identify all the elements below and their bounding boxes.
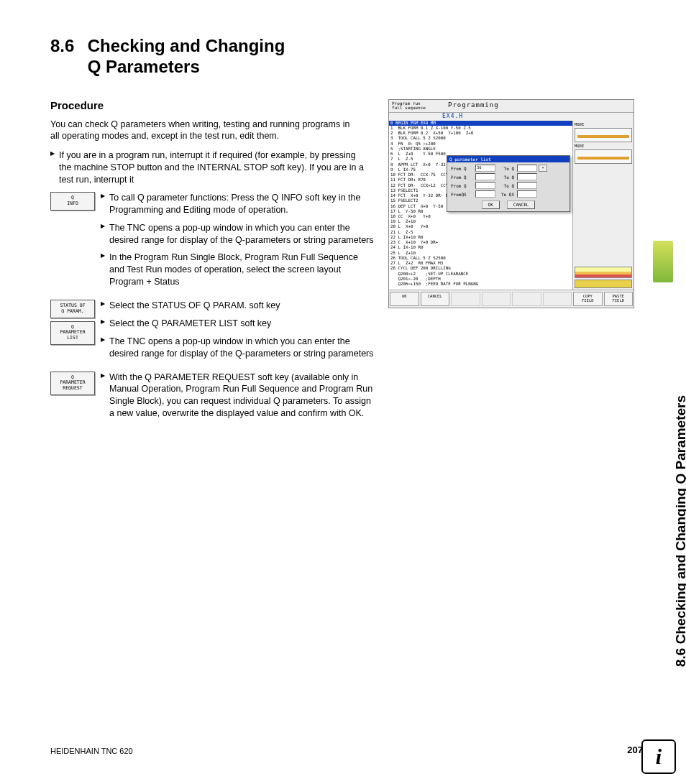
popup-from-field[interactable] [475,182,495,189]
popup-to-label: To Q [497,175,516,180]
popup-from-field[interactable] [475,190,495,198]
screen-mode-left: Program run full sequence [389,100,445,112]
code-line: 3 TOOL CALL 5 Z S2000 [389,136,572,141]
code-line: 1 BLK FORM 0.1 Z X-100 Y-50 Z-5 [389,126,572,131]
softkey-q-parameter-request[interactable]: Q PARAMETER REQUEST [50,372,95,395]
code-line: 23 C X+10 Y+0 DR+ [389,240,572,245]
screen-softkey-empty [482,292,511,306]
popup-from-label: From Q [451,166,474,172]
popup-title: Q parameter list [447,156,570,163]
side-tab: 8.6 Checking and Changing Q Parameters [651,32,673,395]
popup-from-field[interactable] [475,173,495,180]
mode-label: MODE [575,122,632,126]
screen-softkey-row: OK CANCEL COPY FIELD PASTE FIELD [389,290,634,308]
code-line: 2 BLK FORM 0.2 X+50 Y+100 Z+0 [389,131,572,136]
popup-from-field[interactable]: 30 [475,165,495,172]
popup-to-field[interactable] [517,173,537,180]
code-line: 28 CYCL DEF 200 DRILLING [389,266,572,271]
code-line: 25 L Z+10 [389,251,572,256]
popup-from-label: From Q [451,183,474,189]
dropdown-icon[interactable]: ▾ [539,165,547,172]
screen-softkey-copy-field[interactable]: COPY FIELD [573,292,603,306]
screen-filename: EX4.H [389,113,634,121]
softkey-q-parameter-list[interactable]: Q PARAMETER LIST [50,321,95,345]
screen-softkey-cancel[interactable]: CANCEL [421,292,450,306]
popup-ok-button[interactable]: OK [482,200,500,209]
code-line: 18 CC X+0 Y+0 [389,214,572,219]
tnc-screenshot: Program run full sequence Programming EX… [388,99,634,309]
popup-to-field[interactable] [517,190,537,198]
step-text: The TNC opens a pop-up window in which y… [101,336,374,360]
code-line: 22 L IX+10 R0 [389,235,572,240]
screen-softkey-paste-field[interactable]: PASTE FIELD [604,292,634,306]
code-line: 26 TOOL CALL 5 Z S2500 [389,256,572,261]
popup-row: From Q30To Q▾ [451,165,566,172]
heading-number: 8.6 [50,36,83,57]
info-icon: i [641,739,676,774]
code-line: 24 L IX-10 R0 [389,245,572,250]
code-highlight-line: 0 BEGIN PGM EX4 MM [389,121,572,126]
popup-row: FromQSTo QS [451,190,566,198]
screen-mode-right: Programming [445,100,634,112]
code-line: 21 L Z-5 [389,230,572,235]
softkey-q-info[interactable]: Q INFO [50,192,95,211]
code-line: Q201=-20 ;DEPTH [389,277,572,282]
code-pane: 0 BEGIN PGM EX4 MM 1 BLK FORM 0.1 Z X-10… [389,121,572,290]
step-text: To call Q parameter functions: Press the… [101,192,374,216]
code-line: 27 L Z+2 R0 FMAX M3 [389,261,572,266]
popup-to-field[interactable] [517,165,537,172]
section-heading: 8.6 Checking and Changing Q Parameters [50,36,643,78]
screen-softkey-empty [451,292,480,306]
status-indicator [575,267,632,278]
popup-cancel-button[interactable]: CANCEL [507,200,536,209]
popup-to-label: To Q [497,183,516,189]
code-line: Q200=+2 ;SET-UP CLEARANCE [389,272,572,277]
screen-softkey-empty [512,292,541,306]
mode-label: MODE [575,144,632,148]
footer-product: HEIDENHAIN TNC 620 [50,747,133,755]
heading-title: Checking and Changing Q Parameters [88,36,285,78]
softkey-status-q-param[interactable]: STATUS OF Q PARAM. [50,300,95,318]
step-text: Select the STATUS OF Q PARAM. soft key [101,300,374,312]
popup-to-field[interactable] [517,182,537,189]
page-footer: HEIDENHAIN TNC 620 207 [50,744,643,755]
status-indicator [575,280,632,288]
popup-row: From QTo Q [451,182,566,189]
info-icon-glyph: i [656,744,662,769]
code-line: 19 L Z+10 [389,219,572,224]
screen-softkey-empty [543,292,572,306]
step-text: The TNC opens a pop-up window in which y… [101,222,374,246]
q-parameter-popup: Q parameter list From Q30To Q▾From QTo Q… [447,155,570,212]
side-tab-accent [653,241,673,282]
procedure-subheading: Procedure [50,99,374,111]
popup-from-label: From Q [451,175,474,180]
code-line: Q206=+150 ;FEED RATE FOR PLNGNG [389,282,572,287]
mode-indicator [575,149,632,164]
intro-paragraph: You can check Q parameters when writing,… [50,119,360,143]
popup-to-label: To Q [497,166,516,172]
code-line: 5 ;STARTING ANGLE [389,147,572,152]
screen-softkey-ok[interactable]: OK [390,292,419,306]
page-number: 207 [627,744,643,755]
popup-from-label: FromQS [451,192,474,198]
step-text: Select the Q PARAMETER LIST soft key [101,318,374,330]
code-line: 20 L X+0 Y+0 [389,224,572,229]
popup-row: From QTo Q [451,173,566,180]
step-text: With the Q PARAMETER REQUEST soft key (a… [101,372,374,420]
mode-indicator [575,128,632,142]
popup-to-label: To QS [497,192,516,198]
side-tab-text: 8.6 Checking and Changing Q Parameters [673,395,686,667]
top-bullet: If you are in a program run, interrupt i… [50,149,368,186]
code-line: 4 FN 0: Q5 =+200 [389,142,572,147]
step-text: In the Program Run Single Block, Program… [101,252,374,288]
screen-right-pane: MODE MODE [572,121,634,290]
